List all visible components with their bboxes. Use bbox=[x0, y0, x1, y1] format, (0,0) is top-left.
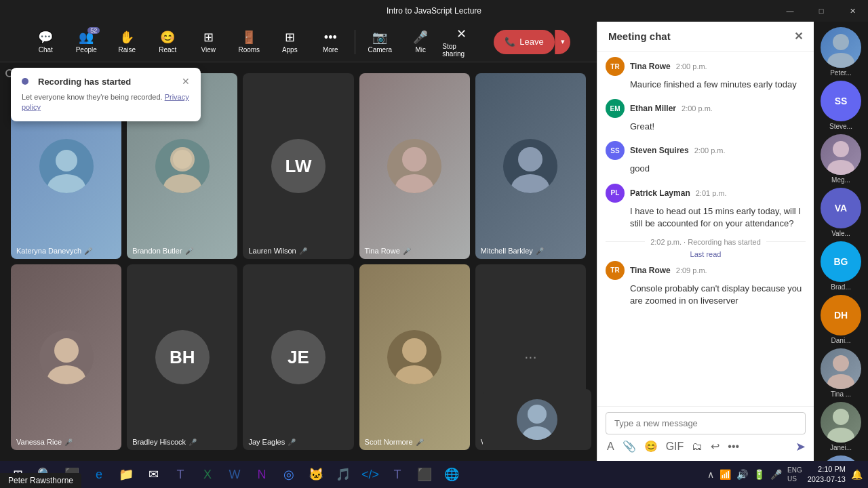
chat-title: Meeting chat bbox=[608, 30, 671, 42]
chrome-button[interactable]: ◎ bbox=[277, 462, 301, 487]
mic-status-bradley: 🎤 bbox=[189, 439, 197, 446]
mic-status-lauren: 🎤 bbox=[299, 247, 307, 255]
close-button[interactable]: ✕ bbox=[837, 0, 868, 22]
svg-point-21 bbox=[833, 409, 849, 425]
sidebar-person-janei: Janei... bbox=[818, 402, 864, 451]
svg-point-16 bbox=[827, 53, 854, 68]
self-view bbox=[483, 389, 591, 450]
sidebar-avatar-steve[interactable]: SS bbox=[821, 81, 861, 121]
participant-name-scott: Scott Normore 🎤 bbox=[365, 438, 424, 446]
people-button[interactable]: 👥 People 52 bbox=[67, 24, 105, 60]
notification-icon[interactable]: 🔔 bbox=[851, 469, 863, 480]
edge-button[interactable]: e bbox=[87, 462, 111, 487]
participant-name-vanessa: Vanessa Rice 🎤 bbox=[16, 438, 73, 446]
chat-close-button[interactable]: ✕ bbox=[794, 30, 803, 43]
mic-status-mitchell: 🎤 bbox=[536, 247, 544, 255]
leave-btn-group: 📞 Leave ▾ bbox=[488, 30, 570, 54]
rooms-button[interactable]: 🚪 Rooms bbox=[230, 24, 268, 60]
sidebar-person-tina-s: Tina ... bbox=[818, 348, 864, 398]
participant-name-lauren: Lauren Wilson 🎤 bbox=[248, 247, 307, 255]
svg-point-6 bbox=[395, 174, 433, 193]
recording-notice-close[interactable]: ✕ bbox=[182, 76, 190, 87]
more-options-button[interactable]: ••• bbox=[726, 439, 741, 454]
chat-button[interactable]: 💬 Chat bbox=[26, 24, 64, 60]
word-button[interactable]: W bbox=[222, 462, 247, 487]
svg-point-12 bbox=[395, 365, 433, 384]
send-button[interactable]: ➤ bbox=[795, 439, 806, 454]
react-button[interactable]: 😊 React bbox=[149, 24, 186, 60]
app-container: 💬 Chat 👥 People 52 ✋ Raise 😊 React ⊞ Vie… bbox=[0, 22, 868, 461]
avatar-lauren: LW bbox=[271, 139, 326, 193]
code-button[interactable]: </> bbox=[358, 462, 382, 487]
mic-tray-icon[interactable]: 🎤 bbox=[770, 469, 782, 480]
chrome2-button[interactable]: 🌐 bbox=[439, 462, 464, 487]
recording-title: Recording has started bbox=[22, 77, 131, 87]
mic-status-vanessa: 🎤 bbox=[64, 439, 73, 446]
video-tile-tina: Tina Rowe 🎤 bbox=[359, 73, 470, 259]
avatar-ethan-chat: EM bbox=[606, 99, 625, 118]
sidebar-avatar-peter[interactable] bbox=[821, 27, 861, 68]
sidebar-avatar-brad[interactable]: BG bbox=[821, 241, 861, 282]
apps-button[interactable]: ⊞ Apps bbox=[271, 24, 309, 60]
audio-button[interactable]: 🎵 bbox=[331, 462, 355, 487]
leave-button[interactable]: 📞 Leave bbox=[494, 30, 554, 54]
camera-button[interactable]: 📷 Camera bbox=[361, 24, 399, 60]
svg-point-1 bbox=[47, 174, 85, 193]
sidebar-avatar-vale[interactable]: VA bbox=[821, 188, 861, 228]
chat-panel: Meeting chat ✕ TR Tina Rowe 2:00 p.m. Ma… bbox=[597, 22, 814, 461]
loop-button[interactable]: ↩ bbox=[709, 439, 721, 454]
sidebar-person-dani: DH Dani... bbox=[818, 295, 864, 344]
sidebar-avatar-meg[interactable] bbox=[821, 134, 861, 175]
maximize-button[interactable]: □ bbox=[806, 0, 837, 22]
leave-dropdown-button[interactable]: ▾ bbox=[555, 30, 570, 54]
more-button[interactable]: ••• More bbox=[311, 24, 349, 60]
emoji-button[interactable]: 😊 bbox=[643, 439, 659, 454]
mic-button[interactable]: 🎤 Mic bbox=[401, 24, 439, 60]
svg-point-18 bbox=[827, 160, 854, 175]
chevron-up-icon[interactable]: ∧ bbox=[707, 469, 714, 480]
battery-icon[interactable]: 🔋 bbox=[753, 469, 765, 480]
network-icon[interactable]: 📶 bbox=[719, 469, 731, 480]
mic-status-jay: 🎤 bbox=[288, 439, 296, 446]
sidebar-avatar-kate[interactable] bbox=[821, 455, 861, 461]
github-button[interactable]: 🐱 bbox=[304, 462, 328, 487]
mail-button[interactable]: ✉ bbox=[141, 462, 165, 487]
chat-input[interactable] bbox=[606, 412, 806, 434]
rooms-icon: 🚪 bbox=[241, 30, 256, 45]
svg-point-8 bbox=[511, 174, 549, 193]
speaker-icon[interactable]: 🔊 bbox=[736, 469, 748, 480]
video-tile-vanessa: Vanessa Rice 🎤 bbox=[11, 264, 121, 450]
avatar-tina-chat: TR bbox=[606, 57, 625, 76]
participant-name-jay: Jay Eagles 🎤 bbox=[248, 438, 296, 446]
minimize-button[interactable]: — bbox=[774, 0, 806, 22]
sticker-button[interactable]: 🗂 bbox=[690, 439, 704, 454]
sidebar-avatar-janei[interactable] bbox=[821, 402, 861, 443]
video-tile-mitchell: Mitchell Barkley 🎤 bbox=[475, 73, 586, 259]
video-tile-scott: Scott Normore 🎤 bbox=[359, 264, 470, 450]
sidebar-avatar-dani[interactable]: DH bbox=[821, 295, 861, 336]
teams2-button[interactable]: T bbox=[385, 462, 410, 487]
svg-point-13 bbox=[528, 405, 547, 424]
explorer-button[interactable]: 📁 bbox=[114, 462, 138, 487]
stop-sharing-button[interactable]: ✕ Stop sharing bbox=[442, 24, 480, 60]
participant-name-mitchell: Mitchell Barkley 🎤 bbox=[481, 247, 544, 255]
svg-point-3 bbox=[163, 174, 201, 193]
teams-button[interactable]: T bbox=[168, 462, 193, 487]
meeting-area: 💬 Chat 👥 People 52 ✋ Raise 😊 React ⊞ Vie… bbox=[0, 22, 597, 461]
svg-point-11 bbox=[402, 338, 427, 363]
attach-button[interactable]: 📎 bbox=[621, 439, 637, 454]
toolbar: 💬 Chat 👥 People 52 ✋ Raise 😊 React ⊞ Vie… bbox=[0, 22, 597, 62]
view-button[interactable]: ⊞ View bbox=[189, 24, 227, 60]
raise-button[interactable]: ✋ Raise bbox=[108, 24, 146, 60]
chat-messages: TR Tina Rowe 2:00 p.m. Maurice finished … bbox=[597, 52, 814, 406]
participant-name-bradley: Bradley Hiscock 🎤 bbox=[132, 438, 197, 446]
gif-button[interactable]: GIF bbox=[665, 439, 686, 454]
svg-point-5 bbox=[402, 147, 427, 171]
onenote-button[interactable]: N bbox=[250, 462, 274, 487]
terminal-button[interactable]: ⬛ bbox=[412, 462, 437, 487]
sidebar-avatar-tina-s[interactable] bbox=[821, 348, 861, 389]
excel-button[interactable]: X bbox=[195, 462, 220, 487]
format-button[interactable]: A bbox=[606, 439, 616, 454]
chat-message-steven: SS Steven Squires 2:00 p.m. good bbox=[606, 141, 806, 175]
chat-message-ethan: EM Ethan Miller 2:00 p.m. Great! bbox=[606, 99, 806, 133]
